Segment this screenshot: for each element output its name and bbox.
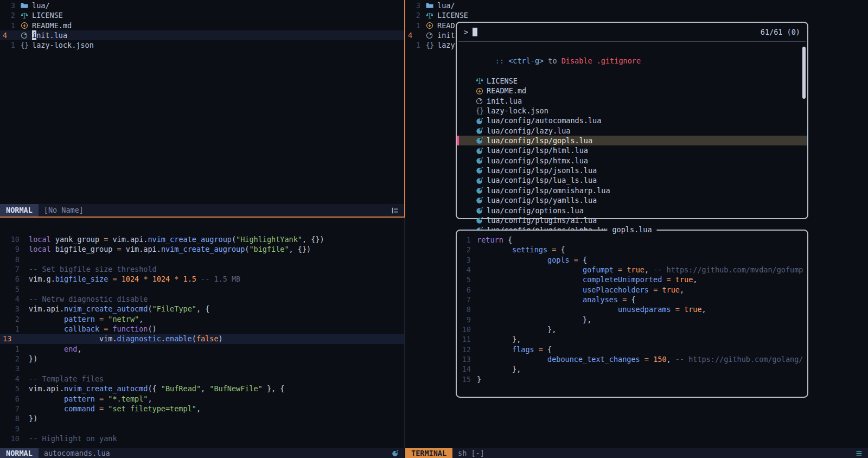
match-counter: 61/61 (0): [761, 27, 800, 37]
statusline-filename: sh [-]: [458, 448, 484, 458]
line-number: 15: [457, 374, 471, 384]
code-text: analyses = {: [477, 295, 636, 304]
tree-row[interactable]: 4 i nit.lua: [0, 30, 404, 40]
line-number: 9: [457, 315, 471, 325]
finder-result[interactable]: lua/config/lazy.lua: [457, 126, 807, 136]
tree-row[interactable]: 2 LICENSE: [0, 10, 404, 20]
preview-line: 5 completeUnimported = true,: [457, 275, 807, 284]
line-number: 1: [0, 344, 20, 354]
line-number: 11: [457, 334, 471, 344]
tree-row[interactable]: 1 README.md: [0, 21, 404, 30]
list-icon: [856, 450, 863, 457]
finder-result[interactable]: lua/config/lsp/omnisharp.lua: [457, 186, 807, 195]
preview-line: 12 flags = {: [457, 345, 807, 354]
lua-blue-icon: [475, 177, 484, 185]
fuzzy-finder-window: > 61/61 (0) :: <ctrl-g> to Disable .giti…: [456, 22, 808, 219]
file-name: lazy: [437, 40, 455, 50]
line-number: 4: [457, 265, 471, 275]
code-line: 1 end,: [0, 344, 404, 354]
license-icon: [475, 77, 484, 85]
code-text: local yank_group = vim.api.nvim_create_a…: [29, 234, 324, 244]
markdown-icon: [475, 87, 484, 95]
code-editor[interactable]: 10 local yank_group = vim.api.nvim_creat…: [0, 218, 404, 448]
line-number: 14: [457, 364, 471, 374]
code-text: vim.diagnostic.enable(false): [29, 334, 223, 344]
file-path: lazy-lock.json: [487, 106, 548, 116]
code-text: gofumpt = true, -- https://github.com/mv…: [477, 265, 803, 275]
code-text: debounce_text_changes = 150, -- https://…: [477, 354, 803, 364]
preview-window: gopls.lua 1 return { 2 settings = { 3 go: [456, 230, 808, 398]
code-text: local bigfile_group = vim.api.nvim_creat…: [29, 244, 311, 254]
finder-result[interactable]: lua/config/autocomands.lua: [457, 116, 807, 125]
finder-result[interactable]: lua/config/lsp/gopls.lua: [457, 136, 807, 145]
code-text: }): [29, 414, 37, 423]
lua-blue-icon: [475, 167, 484, 174]
finder-result[interactable]: lua/config/options.lua: [457, 206, 807, 215]
line-number: 4: [0, 30, 15, 40]
code-text: unusedparams = true,: [477, 304, 706, 314]
code-line: 8: [0, 255, 404, 264]
finder-result[interactable]: README.md: [457, 86, 807, 96]
file-path: init.lua: [487, 96, 522, 106]
file-path: lua/config/options.lua: [487, 206, 584, 215]
line-number: 1: [405, 21, 420, 30]
finder-result[interactable]: lua/config/lsp/yamlls.lua: [457, 195, 807, 205]
finder-result[interactable]: init.lua: [457, 96, 807, 106]
preview-line: 14 },: [457, 364, 807, 374]
finder-result[interactable]: lua/config/lsp/lua_ls.lua: [457, 175, 807, 185]
code-text: vim.g.bigfile_size = 1024 * 1024 * 1.5 -…: [29, 274, 240, 284]
file-name: lua/: [437, 1, 455, 10]
finder-result[interactable]: lua/config/plugins/ai.lua: [457, 215, 807, 225]
tree-row[interactable]: 3 lua/: [0, 1, 404, 10]
line-number: 7: [457, 295, 471, 304]
finder-result[interactable]: {} lazy-lock.json: [457, 106, 807, 116]
line-number: 5: [457, 275, 471, 284]
lua-blue-icon: [475, 147, 484, 155]
code-line: 8 }): [0, 414, 404, 423]
preview-line: 7 analyses = {: [457, 295, 807, 304]
file-path: lua/config/autocomands.lua: [487, 116, 601, 125]
file-path: lua/config/lsp/htmx.lua: [487, 156, 588, 166]
folder-icon: [20, 2, 29, 9]
finder-result[interactable]: lua/config/lsp/htmx.lua: [457, 156, 807, 166]
code-text: -- Template files: [29, 374, 104, 384]
preview-line: 13 debounce_text_changes = 150, -- https…: [457, 354, 807, 364]
tree-row[interactable]: 1 {} lazy-lock.json: [0, 40, 404, 50]
finder-result[interactable]: LICENSE: [457, 76, 807, 86]
tree-row[interactable]: 2 LICENSE: [405, 10, 868, 20]
code-text: },: [477, 334, 521, 344]
line-number: 12: [457, 345, 471, 354]
code-line: 6 vim.g.bigfile_size = 1024 * 1024 * 1.5…: [0, 274, 404, 284]
finder-result[interactable]: lua/config/lsp/html.lua: [457, 145, 807, 155]
file-explorer-left: 3 lua/ 2 LICENSE 1: [0, 0, 404, 204]
finder-prompt[interactable]: > 61/61 (0): [457, 23, 807, 41]
json-icon: {}: [425, 40, 434, 50]
code-text: },: [477, 325, 556, 334]
code-text: }): [29, 354, 37, 364]
line-number: 4: [0, 294, 20, 304]
code-text: flags = {: [477, 345, 552, 354]
lua-blue-icon: [475, 187, 484, 194]
file-path: lua/config/lsp/lua_ls.lua: [487, 175, 597, 185]
code-line: 5 vim.api.nvim_create_autocmd({ "BufRead…: [0, 384, 404, 393]
code-text: usePlaceholders = true,: [477, 285, 684, 295]
preview-line: 2 settings = {: [457, 245, 807, 255]
code-text: },: [477, 315, 591, 325]
license-icon: [425, 12, 434, 20]
scrollbar[interactable]: [802, 47, 806, 99]
statusline-filename: autocomands.lua: [44, 448, 110, 458]
json-icon: {}: [20, 40, 29, 50]
preview-title: gopls.lua: [607, 225, 656, 234]
preview-line: 10 },: [457, 325, 807, 334]
code-line: 13 vim.diagnostic.enable(false): [0, 334, 404, 344]
code-text: -- Highlight on yank: [29, 434, 117, 443]
tree-row[interactable]: 3 lua/: [405, 1, 868, 10]
lua-gray-icon: [425, 31, 434, 39]
line-number: 6: [0, 274, 20, 284]
statusline-filename: [No Name]: [44, 205, 84, 215]
header-mid: to: [544, 56, 561, 65]
finder-result[interactable]: lua/config/lsp/jsonls.lua: [457, 166, 807, 175]
line-number: 10: [0, 234, 20, 244]
code-line: 9 local bigfile_group = vim.api.nvim_cre…: [0, 244, 404, 254]
code-line: 5: [0, 284, 404, 294]
